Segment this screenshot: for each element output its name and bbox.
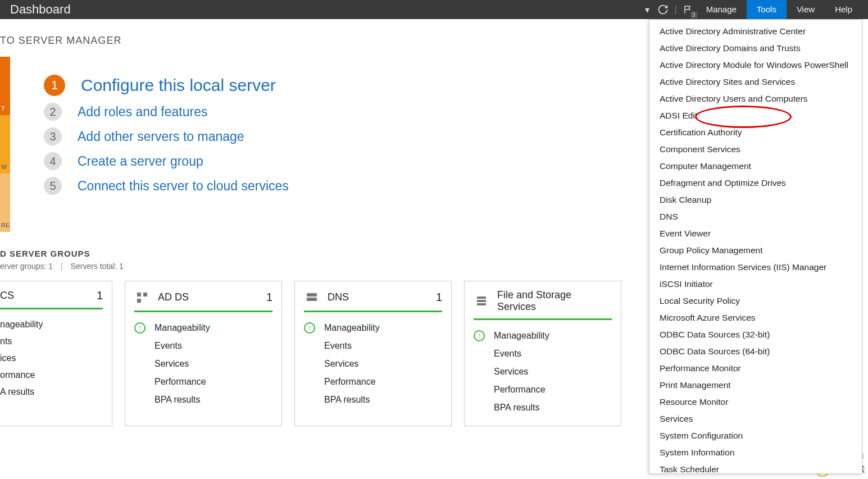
svg-rect-4 (307, 298, 317, 301)
status-up-icon: ↑ (304, 322, 315, 334)
card-item-performance[interactable]: Performance (304, 373, 442, 391)
card-status-bar (134, 311, 272, 312)
status-up-icon: ↑ (134, 322, 146, 334)
step-label[interactable]: Create a server group (78, 154, 203, 169)
step-label[interactable]: Add other servers to manage (78, 129, 244, 144)
step-add-roles[interactable]: 2 Add roles and features (44, 103, 289, 121)
step-number: 2 (44, 103, 62, 121)
ad-ds-icon (134, 289, 150, 305)
card-item-services[interactable]: ices (0, 350, 103, 367)
tools-item[interactable]: Component Services (649, 141, 862, 158)
tools-item[interactable]: iSCSI Initiator (649, 276, 862, 293)
header-right: ▾ | Manage Tools View Help (639, 0, 862, 19)
tools-item[interactable]: System Information (649, 444, 862, 461)
tools-item[interactable]: Defragment and Optimize Drives (649, 175, 862, 191)
step-number: 3 (44, 127, 62, 145)
side-tab-whatsnew[interactable]: W (0, 115, 10, 174)
svg-rect-3 (307, 293, 317, 296)
tools-item[interactable]: Performance Monitor (649, 360, 862, 377)
card-item-manageability[interactable]: nageability (0, 316, 103, 333)
svg-rect-7 (477, 303, 486, 305)
tools-item[interactable]: Computer Management (649, 158, 862, 175)
card-item-performance[interactable]: Performance (474, 381, 612, 399)
card-title: File and Storage Services (497, 289, 604, 313)
card-item-events[interactable]: nts (0, 333, 103, 350)
menu-manage[interactable]: Manage (696, 0, 747, 19)
dns-icon (304, 289, 320, 305)
servers-total: Servers total: 1 (71, 262, 124, 271)
notifications-flag-icon[interactable] (680, 2, 696, 17)
dropdown-caret-icon[interactable]: ▾ (639, 2, 655, 17)
server-group-count: erver groups: 1 (0, 262, 53, 271)
card-dns[interactable]: DNS 1 ↑Manageability Events Services Per… (294, 281, 452, 426)
tools-item[interactable]: Active Directory Sites and Services (649, 74, 862, 90)
tools-item[interactable]: Active Directory Domains and Trusts (649, 40, 862, 57)
card-item-bpa[interactable]: BPA results (474, 399, 612, 417)
step-create-group[interactable]: 4 Create a server group (44, 152, 289, 170)
card-item-manageability[interactable]: ↑Manageability (474, 327, 612, 345)
card-item-bpa[interactable]: BPA results (134, 391, 272, 409)
tools-item[interactable]: Active Directory Module for Windows Powe… (649, 57, 862, 74)
card-item-events[interactable]: Events (304, 337, 442, 355)
tools-item[interactable]: ODBC Data Sources (32-bit) (649, 326, 862, 343)
tools-item[interactable]: System Configuration (649, 427, 862, 444)
card-item-bpa[interactable]: A results (0, 384, 103, 400)
step-label[interactable]: Add roles and features (78, 104, 207, 120)
step-number: 1 (44, 75, 65, 96)
separator: | (671, 4, 680, 15)
svg-rect-0 (137, 293, 141, 296)
card-item-events[interactable]: Events (474, 345, 612, 363)
tools-item-certification-authority[interactable]: Certification Authority (649, 124, 862, 141)
side-tab-learnmore[interactable]: RE (0, 174, 10, 232)
tools-item[interactable]: DNS (649, 208, 862, 225)
tools-item[interactable]: Print Management (649, 377, 862, 394)
card-ad-ds[interactable]: AD DS 1 ↑Manageability Events Services P… (125, 281, 282, 426)
tools-item[interactable]: ODBC Data Sources (64-bit) (649, 343, 862, 360)
card-status-bar (304, 311, 442, 312)
card-item-services[interactable]: Services (134, 355, 272, 373)
quickstart-side-tabs: T W RE (0, 57, 10, 232)
status-up-icon: ↑ (474, 330, 485, 341)
tools-item[interactable]: ADSI Edit (649, 107, 862, 124)
card-item-performance[interactable]: ormance (0, 367, 103, 384)
card-item-performance[interactable]: Performance (134, 373, 272, 391)
card-item-services[interactable]: Services (304, 355, 442, 373)
card-item-events[interactable]: Events (134, 337, 272, 355)
card-item-services[interactable]: Services (474, 363, 612, 381)
tools-item[interactable]: Active Directory Administrative Center (649, 23, 862, 40)
separator: | (55, 262, 69, 271)
card-file-storage[interactable]: File and Storage Services ↑Manageability… (464, 281, 621, 426)
tools-item[interactable]: Resource Monitor (649, 394, 862, 410)
side-tab-quickstart[interactable]: T (0, 57, 10, 115)
step-label[interactable]: Configure this local server (81, 76, 276, 95)
menu-help[interactable]: Help (825, 0, 862, 19)
tools-item[interactable]: Local Security Policy (649, 293, 862, 309)
tools-item[interactable]: Microsoft Azure Services (649, 309, 862, 326)
tools-item[interactable]: Services (649, 410, 862, 427)
card-count: 1 (266, 291, 272, 304)
card-ad-cs[interactable]: CS 1 nageability nts ices ormance A resu… (0, 281, 112, 426)
tools-item[interactable]: Active Directory Users and Computers (649, 90, 862, 107)
card-title: DNS (328, 291, 428, 303)
step-add-servers[interactable]: 3 Add other servers to manage (44, 127, 289, 145)
card-item-manageability[interactable]: ↑Manageability (304, 319, 442, 337)
tools-item[interactable]: Internet Information Services (IIS) Mana… (649, 259, 862, 276)
tools-item[interactable]: Disk Cleanup (649, 191, 862, 208)
tools-item[interactable]: Task Scheduler (649, 461, 862, 478)
refresh-icon[interactable] (655, 2, 671, 17)
app-header: Dashboard ▾ | Manage Tools View Help (0, 0, 868, 19)
menu-tools[interactable]: Tools (747, 0, 787, 19)
tools-item[interactable]: Group Policy Management (649, 242, 862, 259)
card-status-bar (0, 308, 103, 309)
step-configure-local-server[interactable]: 1 Configure this local server (44, 75, 289, 96)
card-count: 1 (436, 291, 442, 304)
step-connect-cloud[interactable]: 5 Connect this server to cloud services (44, 177, 289, 195)
step-label[interactable]: Connect this server to cloud services (78, 179, 289, 194)
card-item-bpa[interactable]: BPA results (304, 391, 442, 409)
file-storage-icon (474, 293, 489, 309)
step-number: 4 (44, 152, 62, 170)
card-title: CS (0, 290, 89, 302)
card-item-manageability[interactable]: ↑Manageability (134, 319, 272, 337)
menu-view[interactable]: View (787, 0, 825, 19)
tools-item[interactable]: Event Viewer (649, 225, 862, 242)
